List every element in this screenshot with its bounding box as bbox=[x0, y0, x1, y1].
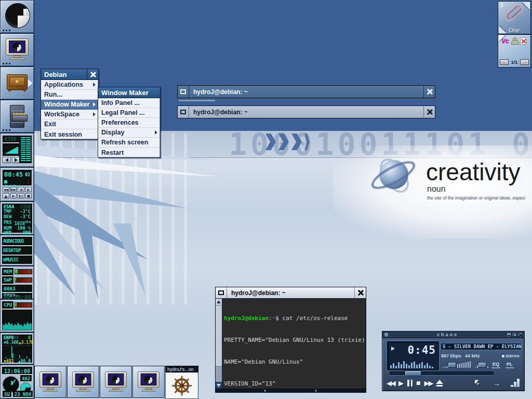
net-foot-down: ▼493 bbox=[4, 359, 14, 364]
root-menu-close-button[interactable] bbox=[87, 69, 98, 79]
previous-button[interactable]: ◀◀ bbox=[387, 380, 395, 387]
menu-item-exit-session[interactable]: Exit session bbox=[41, 129, 98, 139]
menu-item-info-panel[interactable]: Info Panel ... bbox=[98, 98, 160, 108]
shaded-window-top[interactable]: hydroJ@debian: ~ bbox=[177, 85, 435, 98]
close-button[interactable] bbox=[423, 106, 435, 118]
stop-button[interactable]: ■ bbox=[416, 379, 420, 387]
dockapp-weather[interactable]: ESKA1150 TMP-3°C DEW-3°C PRS1028hPa HUM1… bbox=[0, 202, 34, 235]
player-title: chaos bbox=[389, 332, 506, 337]
miniaturize-button[interactable] bbox=[178, 86, 189, 98]
dock-tile-gnustep[interactable] bbox=[0, 0, 34, 33]
music-prev-button[interactable]: ◀◀ bbox=[3, 187, 9, 192]
scroll-up-button[interactable] bbox=[216, 299, 222, 305]
terminal-scrollbar[interactable] bbox=[216, 299, 222, 389]
dockapp-sysmon[interactable]: MEM SWP 0003 days, 00:48:88 bbox=[0, 266, 34, 299]
mini-terminal-icon[interactable] bbox=[67, 366, 99, 398]
net-down: ▼6.38K bbox=[4, 340, 19, 345]
close-button[interactable] bbox=[423, 86, 435, 98]
paperclip-icon bbox=[503, 2, 525, 23]
window-maker-submenu: Window Maker Info Panel ... Legal Panel … bbox=[98, 87, 161, 158]
music-eject-button[interactable]: ▲ bbox=[3, 193, 9, 198]
music-stop-button[interactable]: ■ bbox=[25, 193, 32, 198]
shaded-window-mid[interactable]: hydroJ@debian: ~ bbox=[177, 105, 435, 118]
menu-item-restart[interactable]: Restart bbox=[98, 148, 160, 157]
root-menu-titlebar[interactable]: Debian bbox=[41, 69, 98, 80]
shuffle-button[interactable] bbox=[473, 379, 482, 387]
scrollbar-thumb[interactable] bbox=[216, 305, 222, 367]
menu-item-preferences[interactable]: Preferences bbox=[98, 118, 160, 128]
music-next-button[interactable]: ▶▶ bbox=[10, 187, 17, 192]
player-minimize-button[interactable] bbox=[507, 332, 511, 337]
terminal-titlebar[interactable]: hydroJ@debian: ~ bbox=[215, 287, 366, 299]
eject-button[interactable] bbox=[436, 380, 443, 387]
seek-thumb[interactable] bbox=[405, 370, 421, 376]
pager-next-button[interactable]: → bbox=[520, 59, 529, 65]
submenu-titlebar[interactable]: Window Maker bbox=[98, 87, 160, 98]
player-display[interactable]: 0:45 bbox=[387, 341, 439, 370]
close-button[interactable] bbox=[354, 287, 366, 298]
terminal-body[interactable]: hydroJ@debian:~$ cat /etc/os-release PRE… bbox=[215, 299, 366, 389]
menu-item-display[interactable]: Display bbox=[98, 128, 160, 138]
menu-item-legal-panel[interactable]: Legal Panel ... bbox=[98, 108, 160, 118]
drawer-arrow-icon[interactable] bbox=[28, 79, 33, 87]
wallpaper-fineprint bbox=[179, 100, 215, 101]
volume-slider[interactable] bbox=[441, 361, 472, 368]
miniaturize-button[interactable] bbox=[216, 287, 227, 298]
player-close-button[interactable] bbox=[518, 332, 523, 337]
pause-icon bbox=[19, 195, 22, 197]
close-icon bbox=[90, 72, 96, 77]
workspace-name: One bbox=[498, 27, 530, 33]
dockapp-net[interactable]: ENP088 8 ▼6.38K ▲3.17K ▼493 ▲66.0 bbox=[0, 332, 34, 365]
dock-tile-terminal[interactable] bbox=[0, 33, 34, 66]
dockapp-lcd3[interactable]: AUDACIOUS DESKTOP WMUSIC bbox=[0, 235, 34, 266]
repeat-button[interactable]: → bbox=[493, 379, 500, 388]
music-forward-button[interactable]: ▶ bbox=[25, 187, 32, 192]
dockapp-pager[interactable]: Vc ← 1/1 → bbox=[498, 34, 531, 68]
menu-item-workspace[interactable]: WorkSpace bbox=[41, 110, 98, 119]
player-titlebar[interactable]: chaos bbox=[382, 331, 524, 338]
player-menu-button[interactable] bbox=[384, 332, 389, 337]
pager-prev-button[interactable]: ← bbox=[500, 59, 509, 65]
mini-terminal-icon[interactable] bbox=[34, 366, 66, 398]
music-play-button[interactable]: ▶ bbox=[10, 193, 17, 198]
equalizer-button[interactable]: EQ bbox=[491, 362, 500, 368]
music-lcd: 00:45 02 ♪ ELYS** bbox=[3, 170, 32, 185]
uptime-days: 0003 days, bbox=[2, 285, 32, 292]
seek-bar[interactable] bbox=[390, 371, 494, 375]
menu-item-label: Legal Panel ... bbox=[101, 109, 157, 116]
track-title-marquee[interactable]: 5 - SILVER DAWN EP - ELYSIAN FI bbox=[441, 343, 522, 350]
mini-window-helm[interactable]: hydroJ's...on bbox=[165, 366, 198, 399]
resize-bar[interactable] bbox=[215, 389, 366, 393]
menu-item-run[interactable]: Run... bbox=[41, 90, 98, 100]
menu-item-label: Info Panel ... bbox=[101, 99, 157, 107]
dockapp-cpu[interactable]: CPU bbox=[0, 299, 34, 332]
playlist-button[interactable]: PL bbox=[506, 362, 514, 368]
music-pause-button[interactable] bbox=[18, 193, 24, 198]
dockapp-clock[interactable]: 12:06:08 462 SU 23 NOV bbox=[0, 365, 34, 399]
volume-thumb[interactable] bbox=[448, 362, 456, 368]
dock-tile-filecabinet[interactable] bbox=[0, 100, 34, 133]
scroll-down-button[interactable] bbox=[216, 382, 222, 389]
mini-terminal-icon[interactable] bbox=[100, 366, 132, 398]
menu-item-window-maker[interactable]: Window Maker bbox=[41, 100, 98, 110]
miniaturize-button[interactable] bbox=[178, 106, 189, 118]
resize-grip-icon[interactable] bbox=[509, 378, 520, 388]
menu-item-refresh-screen[interactable]: Refresh screen bbox=[98, 138, 160, 148]
mixer-prev-button[interactable] bbox=[3, 157, 11, 163]
workspace-clip[interactable]: 1 One bbox=[498, 1, 531, 34]
dockapp-music[interactable]: 00:45 02 ♪ ELYS** ◀◀ ▶▶ ◀ ▶ ▲ ▶ ■ bbox=[0, 167, 34, 202]
play-button[interactable]: ▶ bbox=[398, 380, 404, 387]
clip-next-arrow[interactable] bbox=[522, 2, 530, 10]
menu-item-exit[interactable]: Exit bbox=[41, 119, 98, 129]
balance-thumb[interactable] bbox=[478, 362, 486, 368]
next-button[interactable]: ▶▶ bbox=[424, 380, 432, 387]
dockapp-mixer[interactable]: 8708 bbox=[0, 133, 34, 167]
dock-tile-drawer[interactable] bbox=[0, 66, 34, 100]
menu-item-applications[interactable]: Applications bbox=[41, 80, 98, 90]
player-shade-button[interactable] bbox=[512, 332, 517, 337]
pause-button[interactable] bbox=[407, 380, 413, 387]
music-rewind-button[interactable]: ◀ bbox=[18, 187, 24, 192]
mini-terminal-icon[interactable] bbox=[132, 366, 165, 398]
rewind-icon: ◀ bbox=[20, 188, 22, 191]
balance-slider[interactable] bbox=[475, 361, 489, 368]
